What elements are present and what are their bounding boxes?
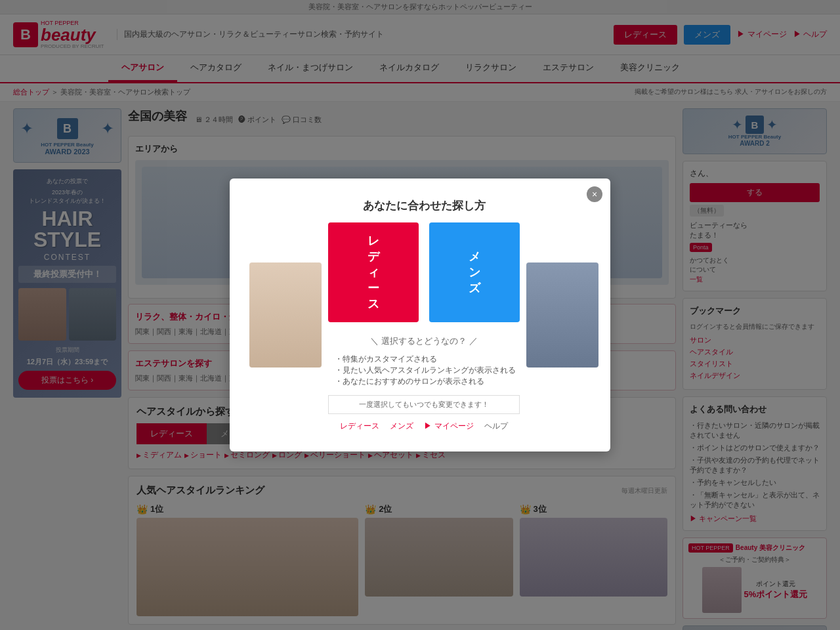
mens-modal-photo — [526, 262, 598, 368]
modal-mens-button[interactable]: メンズ — [429, 222, 520, 322]
modal-title: あなたに合わせた探し方 — [328, 198, 520, 213]
modal-help-link[interactable]: ヘルプ — [484, 421, 508, 432]
modal-person-left — [249, 262, 322, 368]
modal-close-button[interactable]: × — [587, 186, 602, 202]
modal-overlay[interactable]: × あなたに合わせた探し方 レディース メンズ ＼ 選択するとどうなの？ ／ ・… — [0, 0, 840, 630]
modal-ladies-button[interactable]: レディース — [328, 222, 419, 322]
modal-feature-3: ・あなたにおすすめのサロンが表示される — [335, 376, 520, 387]
modal-dialog: × あなたに合わせた探し方 レディース メンズ ＼ 選択するとどうなの？ ／ ・… — [230, 178, 610, 452]
modal-feature-1: ・特集がカスタマイズされる — [335, 354, 520, 365]
modal-change-note: 一度選択してもいつでも変更できます！ — [328, 395, 520, 414]
modal-buttons: レディース メンズ — [328, 222, 520, 322]
modal-bottom-links: レディース メンズ ▶ マイページ ヘルプ — [328, 421, 520, 432]
modal-ladies-link[interactable]: レディース — [340, 421, 379, 432]
modal-mens-link[interactable]: メンズ — [390, 421, 413, 432]
modal-mypage-link[interactable]: ▶ マイページ — [424, 421, 473, 432]
modal-center-content: あなたに合わせた探し方 レディース メンズ ＼ 選択するとどうなの？ ／ ・特集… — [328, 198, 520, 432]
modal-features: ・特集がカスタマイズされる ・見たい人気ヘアスタイルランキングが表示される ・あ… — [328, 354, 520, 387]
ladies-modal-photo — [249, 262, 322, 368]
modal-person-right — [526, 262, 598, 368]
modal-content: あなたに合わせた探し方 レディース メンズ ＼ 選択するとどうなの？ ／ ・特集… — [249, 198, 591, 432]
modal-select-info: ＼ 選択するとどうなの？ ／ — [328, 335, 520, 347]
modal-feature-2: ・見たい人気ヘアスタイルランキングが表示される — [335, 365, 520, 376]
